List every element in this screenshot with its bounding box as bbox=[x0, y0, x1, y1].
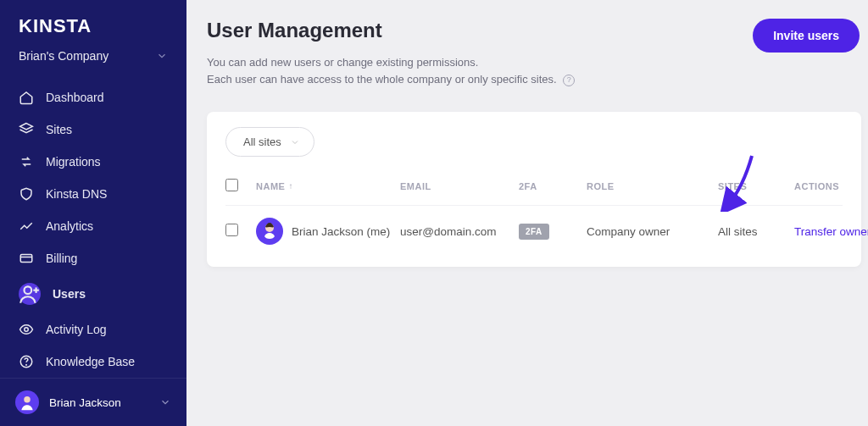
chevron-down-icon bbox=[290, 137, 300, 147]
select-all-checkbox[interactable] bbox=[225, 179, 256, 193]
2fa-column-header: 2FA bbox=[519, 181, 587, 191]
migration-icon bbox=[19, 154, 34, 169]
company-switcher[interactable]: Brian's Company bbox=[0, 46, 186, 81]
svg-point-3 bbox=[25, 286, 32, 294]
sidebar-item-label: Billing bbox=[46, 252, 77, 265]
sidebar-item-label: Knowledge Base bbox=[46, 355, 135, 368]
user-sites: All sites bbox=[718, 225, 794, 238]
transfer-ownership-link[interactable]: Transfer ownership bbox=[794, 225, 868, 238]
page-desc-line2: Each user can have access to the whole c… bbox=[207, 73, 557, 86]
sidebar-item-label: Users bbox=[53, 287, 86, 301]
sidebar-item-sites[interactable]: Sites bbox=[0, 113, 186, 146]
home-icon bbox=[19, 90, 34, 105]
billing-icon bbox=[19, 251, 34, 266]
brand-logo: KINSTA bbox=[0, 0, 186, 46]
actions-column-header: ACTIONS bbox=[794, 181, 868, 191]
chevron-down-icon bbox=[156, 50, 168, 62]
page-description: You can add new users or change existing… bbox=[207, 54, 575, 88]
sidebar-item-label: Migrations bbox=[46, 155, 101, 169]
users-card: All sites NAME ↑ EMAIL 2FA ROLE SITES AC… bbox=[207, 112, 861, 267]
row-select-checkbox[interactable] bbox=[225, 224, 256, 239]
company-name: Brian's Company bbox=[19, 49, 108, 63]
svg-point-10 bbox=[24, 396, 31, 403]
sidebar-item-label: Sites bbox=[46, 123, 72, 136]
table-header: NAME ↑ EMAIL 2FA ROLE SITES ACTIONS bbox=[225, 179, 843, 205]
avatar bbox=[15, 390, 39, 414]
sidebar-item-knowledge-base[interactable]: Knowledge Base bbox=[0, 346, 186, 378]
site-filter-selected: All sites bbox=[243, 136, 281, 148]
help-icon bbox=[19, 354, 34, 369]
sidebar-item-billing[interactable]: Billing bbox=[0, 242, 186, 274]
svg-marker-0 bbox=[20, 124, 33, 130]
role-column-header: ROLE bbox=[587, 181, 718, 191]
help-tooltip-icon[interactable]: ? bbox=[563, 75, 575, 86]
sidebar-item-dashboard[interactable]: Dashboard bbox=[0, 81, 186, 113]
dns-icon bbox=[19, 186, 34, 202]
sidebar-item-label: Analytics bbox=[46, 219, 93, 233]
user-cell: Brian Jackson (me) bbox=[256, 218, 400, 245]
invite-users-button[interactable]: Invite users bbox=[753, 19, 860, 53]
sites-column-header: SITES bbox=[718, 181, 794, 191]
user-role: Company owner bbox=[587, 225, 718, 238]
page-desc-line1: You can add new users or change existing… bbox=[207, 54, 575, 71]
site-filter-dropdown[interactable]: All sites bbox=[225, 127, 314, 157]
table-row: Brian Jackson (me) user@domain.com 2FA C… bbox=[225, 205, 843, 257]
user-email: user@domain.com bbox=[400, 225, 519, 238]
sidebar-user-menu[interactable]: Brian Jackson bbox=[0, 378, 186, 426]
sort-asc-icon: ↑ bbox=[288, 181, 293, 191]
name-column-header[interactable]: NAME ↑ bbox=[256, 181, 400, 191]
chevron-down-icon bbox=[159, 396, 171, 408]
sidebar-item-label: Dashboard bbox=[46, 91, 104, 104]
analytics-icon bbox=[19, 219, 34, 234]
avatar bbox=[256, 218, 283, 245]
sidebar-nav: Dashboard Sites Migrations Kinsta DNS An bbox=[0, 81, 186, 378]
eye-icon bbox=[19, 322, 34, 337]
svg-point-8 bbox=[26, 364, 27, 365]
sidebar-item-users[interactable]: Users bbox=[0, 274, 186, 313]
sidebar-item-label: Activity Log bbox=[46, 323, 107, 336]
svg-point-6 bbox=[25, 328, 29, 332]
sidebar-item-activity-log[interactable]: Activity Log bbox=[0, 313, 186, 346]
2fa-badge: 2FA bbox=[519, 224, 549, 240]
users-icon bbox=[19, 283, 41, 305]
stack-icon bbox=[19, 122, 34, 137]
sidebar-item-dns[interactable]: Kinsta DNS bbox=[0, 178, 186, 210]
email-column-header: EMAIL bbox=[400, 181, 519, 191]
sidebar-item-label: Kinsta DNS bbox=[46, 187, 107, 201]
page-title: User Management bbox=[207, 19, 575, 42]
svg-rect-1 bbox=[20, 255, 32, 263]
current-user-name: Brian Jackson bbox=[49, 396, 121, 409]
sidebar-item-migrations[interactable]: Migrations bbox=[0, 146, 186, 178]
users-table: NAME ↑ EMAIL 2FA ROLE SITES ACTIONS Bria… bbox=[225, 179, 843, 257]
user-name: Brian Jackson (me) bbox=[292, 225, 390, 238]
main-content: User Management You can add new users or… bbox=[186, 0, 868, 426]
sidebar: KINSTA Brian's Company Dashboard Sites M… bbox=[0, 0, 186, 426]
sidebar-item-analytics[interactable]: Analytics bbox=[0, 210, 186, 242]
